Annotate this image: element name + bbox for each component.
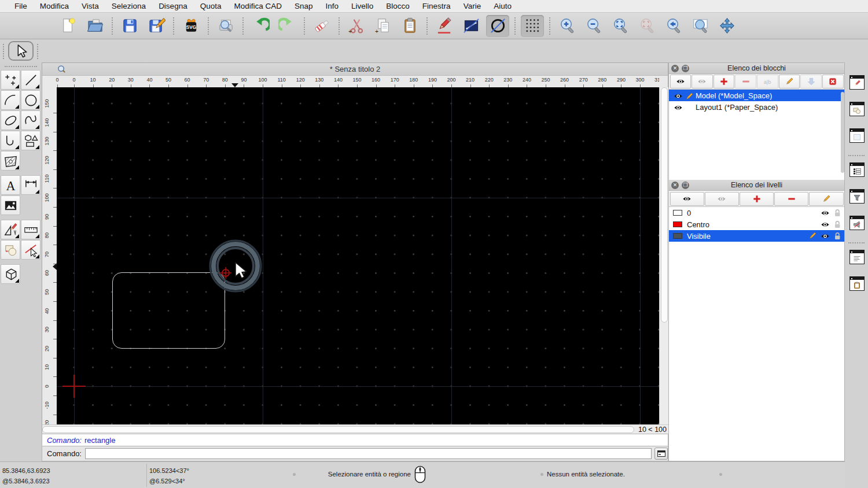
toolbar-zoom-window-button[interactable] (689, 15, 712, 37)
toolbar-cut-button[interactable]: + (345, 15, 368, 37)
layer-list-toggle[interactable] (847, 126, 866, 145)
property-editor-toggle[interactable] (847, 73, 866, 92)
toolbar-open-file-button[interactable] (83, 15, 106, 37)
vertical-scrollbar-thumb[interactable] (661, 87, 668, 323)
eye-icon[interactable] (821, 210, 830, 216)
block-list-scrollbar-thumb[interactable] (841, 92, 844, 173)
eye-icon[interactable] (674, 104, 683, 110)
library-toggle[interactable] (847, 213, 866, 232)
toolbar-zoom-in-button[interactable] (556, 15, 579, 37)
menu-seleziona[interactable]: Seleziona (105, 2, 152, 10)
toolbar-zoom-auto-button[interactable] (609, 15, 632, 37)
eye-icon[interactable] (821, 233, 830, 239)
menu-disegna[interactable]: Disegna (152, 2, 194, 10)
remove-block-button[interactable] (735, 75, 756, 88)
menu-quota[interactable]: Quota (194, 2, 228, 10)
detach-icon[interactable]: ❐ (682, 65, 689, 72)
menu-finestra[interactable]: Finestra (416, 2, 457, 10)
layer-row[interactable]: 0 (669, 207, 844, 219)
palette-line-tools-button[interactable] (21, 70, 41, 90)
palette-spline-tools-button[interactable] (21, 110, 41, 130)
show-all-layers-button[interactable] (670, 192, 704, 206)
palette-image-tool-button[interactable] (1, 195, 20, 215)
toolbar-save-as-button[interactable] (145, 15, 168, 37)
toolbar-grid-toggle-button[interactable] (521, 15, 544, 37)
block-list-toggle[interactable] (847, 99, 866, 119)
palette-measure-tools-button[interactable] (21, 220, 41, 239)
menu-info[interactable]: Info (319, 2, 345, 10)
purge-block-button[interactable] (822, 75, 844, 88)
drawing-title-bar[interactable]: * Senza titolo 2 (42, 63, 668, 76)
close-icon[interactable]: ✕ (671, 182, 679, 189)
toolbar-zoom-previous-button[interactable] (662, 15, 685, 37)
toolbar-restrict-off-button[interactable] (486, 15, 509, 37)
command-widget-toggle-button[interactable] (654, 448, 668, 460)
menu-modifica[interactable]: Modifica (34, 2, 75, 10)
palette-modify-select-button[interactable] (21, 240, 41, 260)
toolbar-redo-button[interactable] (275, 15, 299, 37)
toolbar-line-tools-button[interactable] (459, 15, 483, 37)
hide-all-layers-button[interactable] (705, 192, 739, 206)
toolbar-pan-button[interactable] (715, 15, 738, 37)
edit-layer-button[interactable] (809, 192, 843, 206)
palette-polyline-tools-button[interactable] (1, 131, 20, 150)
drawing-canvas[interactable] (57, 87, 659, 424)
toolbar-svg-export-button[interactable]: SVG (179, 15, 203, 37)
menu-livello[interactable]: Livello (345, 2, 380, 10)
palette-solid-tools-button[interactable] (1, 264, 20, 284)
menu-vista[interactable]: Vista (75, 2, 105, 10)
lock-icon[interactable] (834, 220, 841, 228)
close-icon[interactable]: ✕ (671, 65, 679, 72)
toolbar-zoom-out-button[interactable] (582, 15, 605, 37)
toolbar-undo-button[interactable] (249, 15, 272, 37)
horizontal-scrollbar-thumb[interactable] (42, 426, 634, 433)
palette-point-tools-button[interactable] (1, 70, 20, 90)
hide-all-blocks-button[interactable] (692, 75, 713, 88)
select-tool-button[interactable] (8, 41, 34, 61)
palette-hatch-tool-button[interactable] (1, 151, 20, 171)
horizontal-scrollbar[interactable]: 10 < 100 (42, 424, 669, 434)
palette-modify-tools-button[interactable] (1, 220, 20, 239)
add-block-button[interactable] (713, 75, 735, 88)
show-all-blocks-button[interactable] (670, 75, 692, 88)
toolbar-save-button[interactable] (118, 15, 141, 37)
palette-text-tool-button[interactable]: A (1, 175, 20, 195)
block-row[interactable]: Model (*Model_Space) (669, 90, 844, 101)
toolbar-paste-button[interactable] (398, 15, 421, 37)
palette-block-tools-button[interactable] (1, 240, 20, 260)
selection-list-toggle[interactable] (847, 160, 866, 179)
lock-icon[interactable] (834, 232, 841, 240)
palette-ellipse-tools-button[interactable] (1, 110, 20, 130)
layer-row[interactable]: Centro (669, 219, 844, 230)
eye-icon[interactable] (821, 221, 830, 228)
remove-layer-button[interactable] (774, 192, 808, 206)
menu-blocco[interactable]: Blocco (380, 2, 416, 10)
toolbar-zoom-selection-button[interactable] (635, 15, 659, 37)
clipboard-toggle[interactable] (847, 274, 866, 293)
command-input[interactable] (85, 448, 652, 459)
toolbar-copy-button[interactable]: + (372, 15, 395, 37)
toolbar-draw-tools-button[interactable] (433, 15, 456, 37)
command-history-toggle[interactable] (847, 247, 866, 267)
menu-snap[interactable]: Snap (288, 2, 319, 10)
menu-aiuto[interactable]: Aiuto (487, 2, 518, 10)
palette-dimension-tools-button[interactable] (21, 175, 41, 195)
rename-block-button[interactable]: a|b (757, 75, 778, 88)
eye-icon[interactable] (674, 93, 683, 99)
palette-arc-tools-button[interactable] (1, 90, 20, 110)
detach-icon[interactable]: ❐ (682, 182, 689, 189)
layer-row[interactable]: Visibile (669, 230, 844, 242)
block-row[interactable]: Layout1 (*Paper_Space) (669, 101, 844, 113)
palette-shape-tools-button[interactable] (21, 131, 41, 150)
menu-modifica-cad[interactable]: Modifica CAD (227, 2, 288, 10)
palette-circle-tools-button[interactable] (21, 90, 41, 110)
lock-icon[interactable] (834, 209, 841, 217)
menu-varie[interactable]: Varie (457, 2, 488, 10)
filter-toggle[interactable] (847, 187, 866, 206)
menu-file[interactable]: File (8, 2, 34, 10)
insert-block-button[interactable] (800, 75, 822, 88)
toolbar-new-file-button[interactable] (57, 15, 80, 37)
toolbar-delete-entities-button[interactable] (310, 15, 333, 37)
edit-block-button[interactable] (779, 75, 800, 88)
vertical-scrollbar[interactable] (659, 87, 669, 424)
